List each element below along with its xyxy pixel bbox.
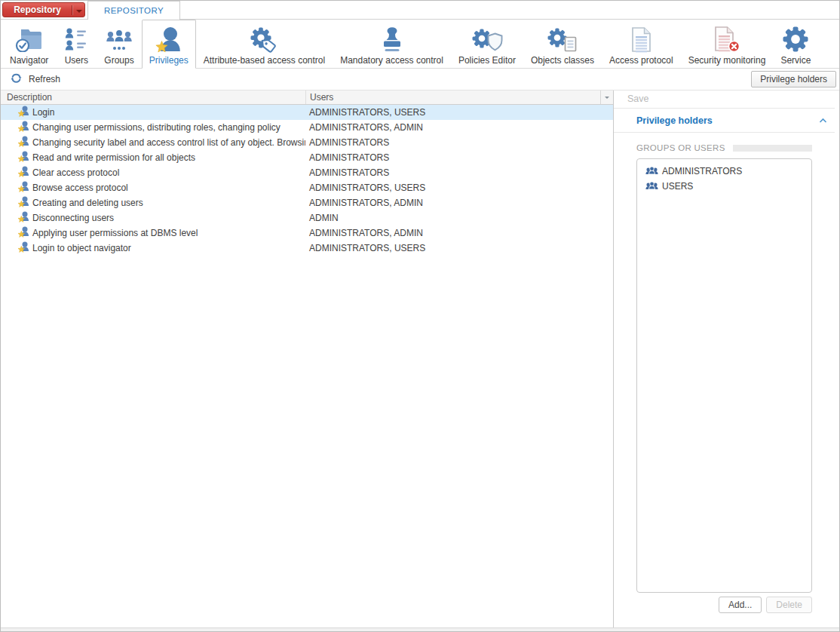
table-row[interactable]: Disconnecting usersADMIN (1, 210, 613, 225)
groups-icon (105, 23, 133, 55)
listbox-buttons: Add... Delete (636, 597, 812, 613)
privilege-icon (18, 121, 29, 134)
refresh-button[interactable]: Refresh (8, 71, 63, 87)
privileges-table: Description Users LoginADMINISTRATORS, U… (1, 91, 614, 627)
tab-repository[interactable]: REPOSITORY (87, 1, 180, 20)
table-row[interactable]: Creating and deleting usersADMINISTRATOR… (1, 195, 613, 210)
users-header-menu-button[interactable] (600, 91, 613, 104)
privilege-holders-section-header[interactable]: Privilege holders (614, 109, 835, 133)
privilege-icon (18, 151, 29, 164)
toolbar-button-label: Mandatory access control (340, 55, 443, 66)
list-item-label: USERS (662, 181, 693, 192)
privilege-icon (18, 211, 29, 225)
row-users: ADMINISTRATORS, ADMIN (305, 122, 613, 133)
row-description-cell: Changing user permissions, distributing … (1, 121, 305, 134)
toolbar-button-service[interactable]: Service (773, 20, 818, 68)
toolbar-button-label: Privileges (149, 55, 189, 66)
objects-classes-icon (547, 23, 578, 55)
row-description-cell: Login (1, 106, 305, 119)
row-description: Browse access protocol (32, 183, 128, 193)
row-description-cell: Creating and deleting users (1, 196, 305, 210)
toolbar-button-label: Attribute-based access control (204, 55, 325, 66)
toolbar-button-label: Security monitoring (688, 55, 766, 66)
save-action[interactable]: Save (614, 91, 835, 109)
privilege-icon (18, 196, 29, 210)
toolbar-button-label: Groups (104, 55, 133, 66)
table-header: Description Users (1, 91, 613, 105)
row-description-cell: Disconnecting users (1, 211, 305, 225)
row-users: ADMINISTRATORS, USERS (305, 243, 613, 253)
bottom-strip (1, 627, 839, 631)
list-item-administrators[interactable]: ADMINISTRATORS (637, 164, 811, 179)
toolbar-button-label: Objects classes (531, 55, 594, 66)
toolbar-button-label: Navigator (10, 55, 48, 66)
privilege-icon (18, 181, 29, 195)
service-icon (781, 23, 810, 55)
row-description-cell: Changing security label and access contr… (1, 136, 305, 149)
table-row[interactable]: Changing user permissions, distributing … (1, 120, 613, 135)
chevron-up-icon (819, 118, 827, 124)
row-description-cell: Clear access protocol (1, 166, 305, 179)
table-body: LoginADMINISTRATORS, USERS Changing user… (1, 105, 613, 627)
access-protocol-icon (630, 23, 652, 55)
row-users: ADMINISTRATORS, ADMIN (305, 198, 613, 208)
repository-menu-button[interactable]: Repository (2, 2, 85, 17)
toolbar-button-mandatory-access-control[interactable]: Mandatory access control (333, 20, 451, 68)
policies-editor-icon (471, 23, 503, 55)
toolbar-button-attribute-based-access-control[interactable]: Attribute-based access control (196, 20, 333, 68)
row-description: Login (32, 107, 54, 118)
row-users: ADMINISTRATORS, ADMIN (305, 228, 613, 238)
delete-button[interactable]: Delete (766, 597, 812, 613)
groups-listbox[interactable]: ADMINISTRATORS USERS (636, 158, 812, 593)
main-content: Description Users LoginADMINISTRATORS, U… (1, 91, 839, 627)
navigator-icon (14, 23, 44, 55)
mandatory-access-icon (382, 23, 403, 55)
toolbar-button-label: Policies Editor (458, 55, 516, 66)
column-header-users-label: Users (310, 92, 333, 103)
toolbar-button-navigator[interactable]: Navigator (2, 20, 56, 68)
tab-strip: Repository REPOSITORY (1, 1, 839, 20)
table-row[interactable]: LoginADMINISTRATORS, USERS (1, 105, 613, 120)
column-header-users[interactable]: Users (305, 91, 613, 104)
privilege-icon (18, 241, 29, 255)
groups-or-users-label: GROUPS OR USERS (636, 143, 725, 152)
toolbar-button-objects-classes[interactable]: Objects classes (523, 20, 602, 68)
toolbar-button-users[interactable]: Users (56, 20, 97, 68)
refresh-label: Refresh (29, 74, 60, 84)
row-description: Changing user permissions, distributing … (32, 122, 281, 133)
privilege-icon (18, 106, 29, 119)
privileges-icon (155, 23, 183, 55)
toolbar-button-label: Users (65, 55, 88, 66)
groups-or-users-field: GROUPS OR USERS (636, 143, 812, 152)
section-body: GROUPS OR USERS ADMINISTRATORS USERS Add… (614, 133, 839, 627)
column-header-description[interactable]: Description (1, 91, 305, 104)
table-row[interactable]: Read and write permission for all object… (1, 150, 613, 165)
row-description: Disconnecting users (32, 213, 114, 223)
attribute-access-icon (249, 23, 279, 55)
privilege-holders-top-button[interactable]: Privilege holders (751, 71, 836, 87)
side-panel: Save Privilege holders GROUPS OR USERS A… (614, 91, 839, 627)
table-row[interactable]: Browse access protocolADMINISTRATORS, US… (1, 180, 613, 195)
row-users: ADMINISTRATORS, USERS (305, 183, 613, 193)
table-row[interactable]: Applying user permissions at DBMS levelA… (1, 225, 613, 241)
row-description: Changing security label and access contr… (32, 137, 305, 148)
toolbar-button-policies-editor[interactable]: Policies Editor (451, 20, 523, 68)
toolbar-button-label: Service (780, 55, 811, 66)
row-description: Clear access protocol (32, 167, 119, 178)
toolbar-button-privileges[interactable]: Privileges (142, 20, 196, 69)
label-filler-bar (733, 145, 812, 152)
table-row[interactable]: Clear access protocolADMINISTRATORS (1, 165, 613, 180)
toolbar-button-groups[interactable]: Groups (97, 20, 141, 68)
toolbar-button-security-monitoring[interactable]: Security monitoring (681, 20, 774, 68)
row-description-cell: Applying user permissions at DBMS level (1, 226, 305, 240)
toolbar-button-access-protocol[interactable]: Access protocol (602, 20, 681, 68)
list-item-users[interactable]: USERS (637, 179, 811, 194)
row-users: ADMINISTRATORS (305, 152, 613, 163)
row-description-cell: Read and write permission for all object… (1, 151, 305, 164)
toolbar-button-label: Access protocol (609, 55, 673, 66)
row-description: Creating and deleting users (32, 198, 143, 208)
caret-down-icon (73, 5, 84, 16)
table-row[interactable]: Changing security label and access contr… (1, 135, 613, 150)
add-button[interactable]: Add... (719, 597, 762, 613)
table-row[interactable]: Login to object navigatorADMINISTRATORS,… (1, 241, 613, 256)
